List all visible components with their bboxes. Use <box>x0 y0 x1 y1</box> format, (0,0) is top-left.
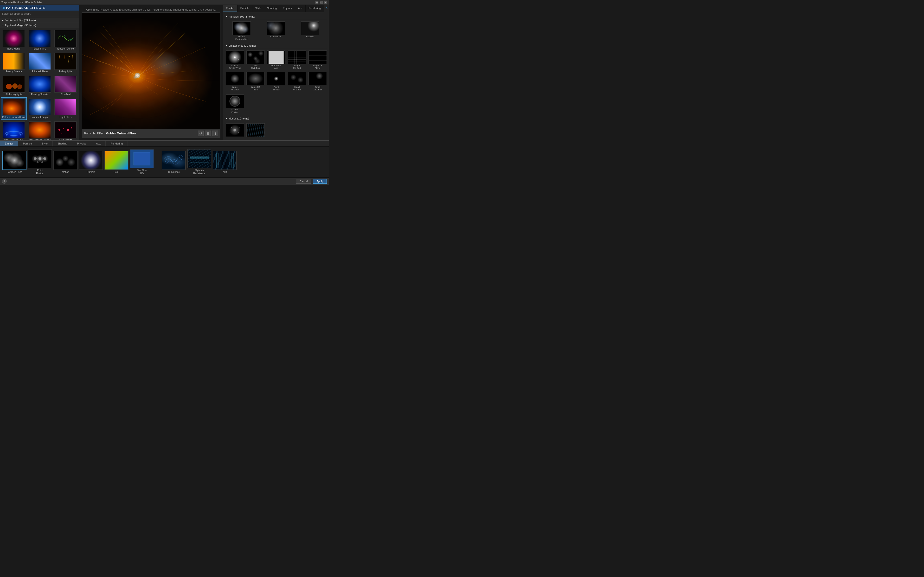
tab-shading[interactable]: Shading <box>264 5 280 12</box>
prop-type-deep-box[interactable]: Deep XYZ Box <box>246 50 265 71</box>
svg-line-6 <box>68 57 69 63</box>
save-button[interactable]: ⊞ <box>205 131 211 136</box>
tab-particle[interactable]: Particle <box>237 5 252 12</box>
thumb-electron-dance <box>54 30 76 47</box>
btab-rendering[interactable]: Rendering <box>106 141 128 147</box>
label-sphere-emitter: Sphere Emitter <box>231 108 238 114</box>
prop-default-ps[interactable]: Default Particles/Sec <box>225 21 258 41</box>
svg-point-31 <box>34 157 37 160</box>
bottom-item-point[interactable]: Point Emitter <box>28 149 52 175</box>
category-light-magic[interactable]: ▼ Light and Magic (30 items) <box>0 23 79 28</box>
effect-ethereal-plane[interactable]: Ethereal Plane <box>27 52 52 74</box>
effect-basic-magic[interactable]: Basic Magic <box>1 29 27 51</box>
btab-particle[interactable]: Particle <box>18 141 37 147</box>
bottom-thumb-aux <box>213 151 237 170</box>
restart-button[interactable]: ↺ <box>198 131 204 136</box>
label-type-large-plane: Large XY Plane <box>313 64 322 70</box>
effect-glowfield[interactable]: Glowfield <box>53 74 78 97</box>
thumb-electric-orb <box>29 30 51 47</box>
prop-sphere-emitter[interactable]: Sphere Emitter <box>225 94 245 114</box>
section-particles-sec[interactable]: ▼ Particles/Sec (3 items) <box>225 14 327 19</box>
bottom-item-turbulence[interactable]: Turbulence <box>162 151 186 174</box>
preview-frame[interactable] <box>82 13 220 129</box>
apply-button[interactable]: Apply <box>313 179 327 184</box>
bottom-label-air-resistance: Slight Air Resistance <box>193 169 205 175</box>
effect-golden-outward-flow[interactable]: Golden Outward Flow <box>1 97 27 120</box>
prop-type-point[interactable]: Point Emitter <box>267 71 286 92</box>
effect-light-blobs[interactable]: Light Blobs <box>53 97 78 120</box>
close-button[interactable]: ✕ <box>324 1 327 4</box>
effect-love-hearts[interactable]: ♥ ♥ ♥ ♥ ♥ Love Hearts <box>53 120 78 140</box>
label-electron-dance: Electron Dance <box>54 47 77 50</box>
bottom-label-aux: Aux <box>223 171 227 174</box>
bottom-item-air-resistance[interactable]: Slight Air Resistance <box>187 149 211 175</box>
tab-rendering[interactable]: Rendering <box>305 5 324 12</box>
effect-light-streaks-blue[interactable]: Light Streaks Blue <box>1 120 27 140</box>
effect-inverse-energy[interactable]: Inverse Energy <box>27 97 52 120</box>
prop-type-default[interactable]: Default Emitter Type <box>225 50 245 71</box>
prop-type-large-xz[interactable]: Large XZ Plane <box>246 71 265 92</box>
effect-flickering-lights[interactable]: Flickering lights <box>1 74 27 97</box>
section-emitter-type[interactable]: ▼ Emitter Type (11 items) <box>225 43 327 48</box>
svg-point-1 <box>64 55 65 56</box>
label-inverse-energy: Inverse Energy <box>28 116 51 119</box>
btab-physics[interactable]: Physics <box>72 141 91 147</box>
help-button[interactable]: ? <box>2 179 7 184</box>
btab-shading[interactable]: Shading <box>53 141 72 147</box>
effect-electric-orb[interactable]: Electric Orb <box>27 29 52 51</box>
prop-type-small-xyz2[interactable]: Small XYZ Box <box>308 71 328 92</box>
category-smoke-fire[interactable]: ▶ Smoke and Fire (33 items) <box>0 18 79 23</box>
bottom-item-particle[interactable]: Particle <box>79 151 103 174</box>
btab-emitter[interactable]: Emitter <box>0 141 18 147</box>
svg-point-32 <box>39 157 41 160</box>
btab-aux[interactable]: Aux <box>91 141 106 147</box>
svg-line-5 <box>64 56 65 60</box>
right-tabs-wrapper: Emitter Particle Style Shading Physics A… <box>223 5 329 12</box>
effect-falling-lights[interactable]: Falling lights <box>53 52 78 74</box>
prop-continuous[interactable]: Continuous <box>259 21 292 41</box>
prop-type-horiz-axis[interactable]: Horizontal Axis <box>267 50 286 71</box>
svg-point-30 <box>239 127 240 128</box>
prop-explode[interactable]: Explode <box>294 21 327 41</box>
tab-physics[interactable]: Physics <box>280 5 295 12</box>
thumb-type-point <box>267 72 285 85</box>
bottom-item-aux[interactable]: Aux <box>213 151 237 174</box>
effect-electron-dance[interactable]: Electron Dance <box>53 29 78 51</box>
thumb-type-large-grid <box>288 50 306 64</box>
thumb-type-large-xz <box>246 72 265 85</box>
info-button[interactable]: ℹ <box>212 131 218 136</box>
bottom-thumb-air <box>187 149 211 168</box>
bottom-thumb-color <box>105 151 129 170</box>
section-motion[interactable]: ▼ Motion (10 items) <box>225 116 327 121</box>
minimize-button[interactable]: ─ <box>315 1 318 4</box>
bottom-tabs: Emitter Particle Style Shading Physics A… <box>0 141 329 147</box>
tab-emitter[interactable]: Emitter <box>223 5 237 12</box>
effect-energy-stream[interactable]: Energy Stream <box>1 52 27 74</box>
prop-type-large-grid[interactable]: Large XY Grid <box>287 50 307 71</box>
prop-type-small-xyz[interactable]: Small XYZ Box <box>287 71 307 92</box>
prop-motion-2[interactable] <box>246 122 265 138</box>
bottom-item-color[interactable]: Color <box>105 151 129 174</box>
blocks-badge[interactable]: BLOCKS ▶ <box>324 7 329 10</box>
tab-aux[interactable]: Aux <box>295 5 305 12</box>
bottom-item-ps[interactable]: Particles / Sec <box>2 151 26 174</box>
effect-floating-streaks[interactable]: Floating Streaks <box>27 74 52 97</box>
right-content: ▼ Particles/Sec (3 items) Default Partic… <box>223 12 329 140</box>
prop-motion-1[interactable] <box>225 122 245 138</box>
prop-type-large-plane[interactable]: Large XY Plane <box>308 50 328 71</box>
tab-style[interactable]: Style <box>252 5 264 12</box>
thumb-golden-flow <box>3 98 25 115</box>
effect-light-streaks-orange[interactable]: light Streaks Orange <box>27 120 52 140</box>
label-golden-outward-flow: Golden Outward Flow <box>2 116 26 119</box>
btab-style[interactable]: Style <box>37 141 53 147</box>
bottom-item-motion[interactable]: Motion <box>53 151 78 174</box>
thumb-type-deep-box <box>246 50 265 64</box>
prop-type-large-xyz[interactable]: Large XYZ Box <box>225 71 245 92</box>
bottom-item-size[interactable]: Size Over Life <box>130 149 154 175</box>
label-light-blobs: Light Blobs <box>54 116 77 119</box>
maximize-button[interactable]: □ <box>320 1 323 4</box>
cancel-button[interactable]: Cancel <box>296 179 311 184</box>
thumb-glowfield <box>54 76 76 93</box>
thumb-type-small-xyz2 <box>309 72 327 85</box>
svg-line-7 <box>72 56 73 61</box>
